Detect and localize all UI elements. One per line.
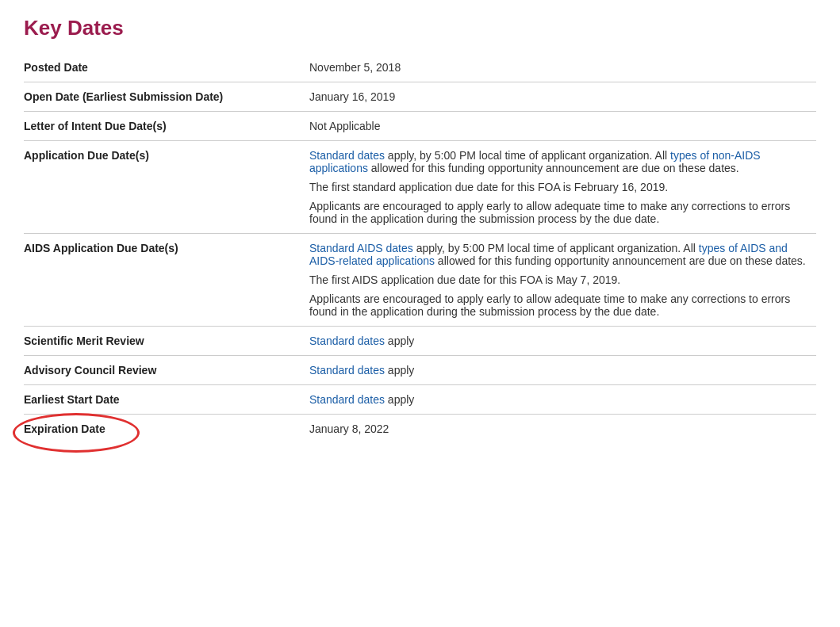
value-aids-application-due: Standard AIDS dates apply, by 5:00 PM lo… [309, 234, 816, 327]
row-advisory-council-review: Advisory Council Review Standard dates a… [24, 356, 816, 385]
value-scientific-merit-review: Standard dates apply [309, 327, 816, 356]
label-letter-of-intent: Letter of Intent Due Date(s) [24, 112, 309, 141]
earliest-start-suffix: apply [385, 393, 414, 406]
label-posted-date: Posted Date [24, 53, 309, 82]
app-line3: Applicants are encouraged to apply early… [309, 200, 816, 225]
value-application-due: Standard dates apply, by 5:00 PM local t… [309, 141, 816, 234]
aids-line3: Applicants are encouraged to apply early… [309, 292, 816, 318]
value-expiration-date: January 8, 2022 [309, 415, 816, 444]
label-advisory-council-review: Advisory Council Review [24, 356, 309, 385]
value-open-date: January 16, 2019 [309, 82, 816, 112]
row-letter-of-intent: Letter of Intent Due Date(s) Not Applica… [24, 112, 816, 141]
label-application-due: Application Due Date(s) [24, 141, 309, 234]
label-expiration-date: Expiration Date [24, 415, 309, 444]
row-posted-date: Posted Date November 5, 2018 [24, 53, 816, 82]
app-line1-mid: apply, by 5:00 PM local time of applican… [385, 149, 670, 162]
row-scientific-merit-review: Scientific Merit Review Standard dates a… [24, 327, 816, 356]
page-title: Key Dates [24, 16, 816, 40]
scientific-merit-suffix: apply [385, 335, 414, 347]
app-line1: Standard dates apply, by 5:00 PM local t… [309, 149, 816, 174]
aids-line1: Standard AIDS dates apply, by 5:00 PM lo… [309, 242, 816, 267]
expiration-label-wrapper: Expiration Date [24, 422, 105, 435]
row-aids-application-due: AIDS Application Due Date(s) Standard AI… [24, 234, 816, 327]
key-dates-table: Posted Date November 5, 2018 Open Date (… [24, 53, 816, 443]
row-open-date: Open Date (Earliest Submission Date) Jan… [24, 82, 816, 112]
value-letter-of-intent: Not Applicable [309, 112, 816, 141]
advisory-council-standard-dates-link[interactable]: Standard dates [309, 364, 385, 377]
value-advisory-council-review: Standard dates apply [309, 356, 816, 385]
row-application-due: Application Due Date(s) Standard dates a… [24, 141, 816, 234]
label-scientific-merit-review: Scientific Merit Review [24, 327, 309, 356]
value-posted-date: November 5, 2018 [309, 53, 816, 82]
aids-line1-mid: apply, by 5:00 PM local time of applican… [413, 242, 699, 254]
scientific-merit-standard-dates-link[interactable]: Standard dates [309, 335, 385, 347]
label-earliest-start-date: Earliest Start Date [24, 385, 309, 415]
app-line1-post: allowed for this funding opportunity ann… [368, 162, 739, 174]
row-earliest-start-date: Earliest Start Date Standard dates apply [24, 385, 816, 415]
standard-dates-link-app[interactable]: Standard dates [309, 149, 385, 162]
aids-line1-post: allowed for this funding opportunity ann… [435, 254, 806, 267]
standard-aids-dates-link[interactable]: Standard AIDS dates [309, 242, 413, 254]
label-open-date: Open Date (Earliest Submission Date) [24, 82, 309, 112]
row-expiration-date: Expiration Date January 8, 2022 [24, 415, 816, 444]
expiration-label-text: Expiration Date [24, 422, 105, 435]
earliest-start-standard-dates-link[interactable]: Standard dates [309, 393, 385, 406]
app-line2: The first standard application due date … [309, 181, 816, 193]
label-aids-application-due: AIDS Application Due Date(s) [24, 234, 309, 327]
advisory-council-suffix: apply [385, 364, 414, 377]
aids-line2: The first AIDS application due date for … [309, 273, 816, 286]
value-earliest-start-date: Standard dates apply [309, 385, 816, 415]
